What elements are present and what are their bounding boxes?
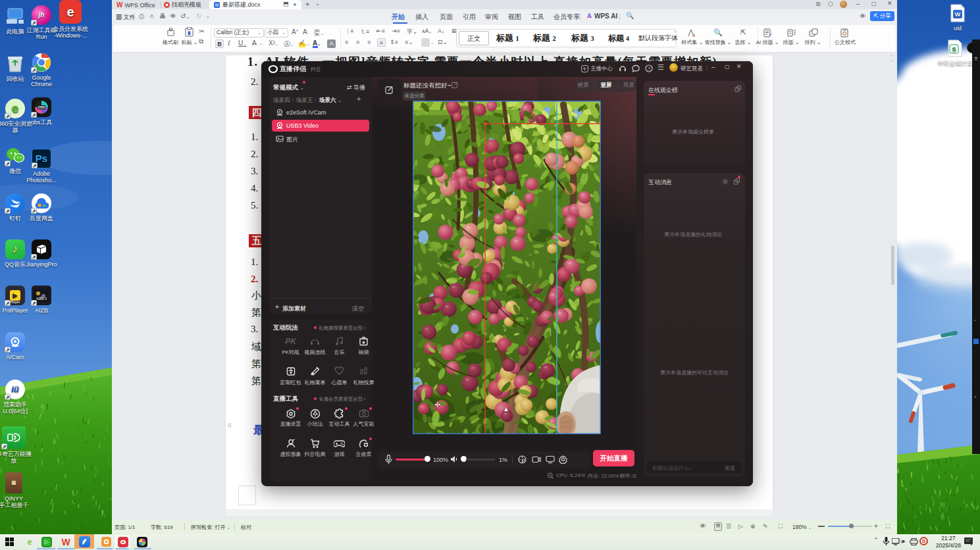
svg-text:S: S [952,46,956,53]
svg-text:W: W [955,11,961,18]
svg-text:?: ? [648,66,650,71]
svg-text:AIZB-3: AIZB-3 [36,297,47,301]
svg-text:OBS: OBS [38,105,46,109]
svg-text:W: W [215,3,219,7]
